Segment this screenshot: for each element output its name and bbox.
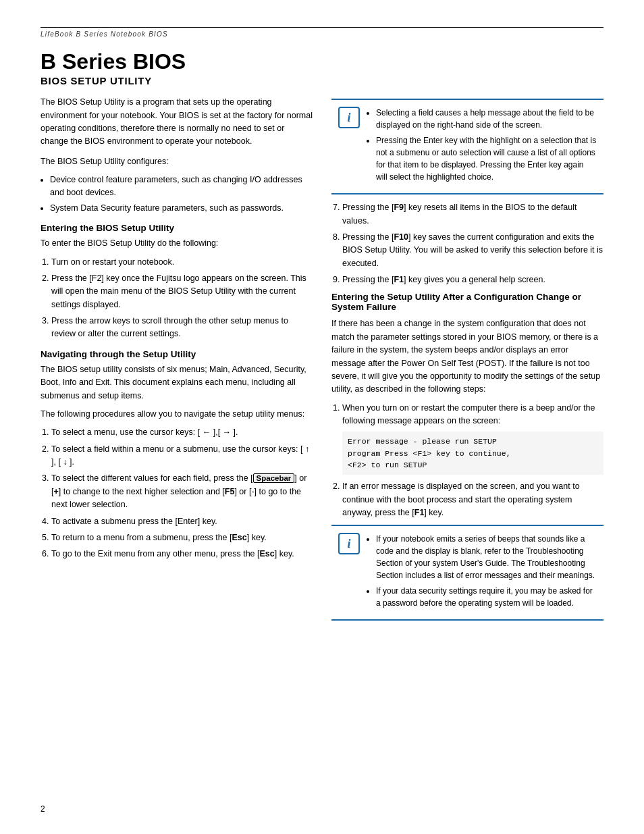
header-bar: LifeBook B Series Notebook BIOS	[41, 27, 603, 38]
left-column: The BIOS Setup Utility is a program that…	[41, 96, 313, 627]
right-steps: Pressing the [F9] key resets all items i…	[342, 201, 603, 286]
section3-heading: Entering the Setup Utility After a Confi…	[331, 292, 603, 312]
section2-step-5: To return to a menu from a submenu, pres…	[51, 531, 313, 544]
info-box-2-text: If your notebook emits a series of beeps…	[367, 533, 597, 613]
section1-step-2: Press the [F2] key once the Fujitsu logo…	[51, 272, 313, 311]
section3-steps: When you turn on or restart the computer…	[342, 402, 603, 520]
section1-steps: Turn on or restart your notebook. Press …	[51, 256, 313, 341]
info-box-2: i If your notebook emits a series of bee…	[331, 525, 603, 621]
section1-heading: Entering the BIOS Setup Utility	[41, 223, 313, 233]
page-title: B Series BIOS	[41, 50, 603, 74]
section3-step-1: When you turn on or restart the computer…	[342, 402, 603, 475]
section2-step-4: To activate a submenu press the [Enter] …	[51, 515, 313, 528]
page-footer: 2	[41, 804, 45, 814]
section2-step-1: To select a menu, use the cursor keys: […	[51, 426, 313, 439]
section2-step-6: To go to the Exit menu from any other me…	[51, 548, 313, 561]
info-box-2-bullet-2: If your data security settings require i…	[376, 585, 597, 609]
section1-step-3: Press the arrow keys to scroll through t…	[51, 315, 313, 341]
intro-bullet-2: System Data Security feature parameters,…	[50, 202, 313, 215]
page: LifeBook B Series Notebook BIOS B Series…	[0, 0, 644, 834]
info-icon-2: i	[338, 533, 360, 554]
header-label: LifeBook B Series Notebook BIOS	[41, 30, 168, 38]
intro-p1: The BIOS Setup Utility is a program that…	[41, 96, 313, 149]
page-number: 2	[41, 804, 45, 814]
info-box-1: i Selecting a field causes a help messag…	[331, 99, 603, 194]
right-step-9: Pressing the [F1] key gives you a genera…	[342, 273, 603, 286]
info-box-1-text: Selecting a field causes a help message …	[367, 107, 597, 186]
intro-p2: The BIOS Setup Utility configures:	[41, 155, 313, 168]
section3-p1: If there has been a change in the system…	[331, 317, 603, 396]
page-subtitle: BIOS SETUP UTILITY	[41, 75, 603, 86]
intro-bullets: Device control feature parameters, such …	[50, 174, 313, 215]
section2-heading: Navigating through the Setup Utility	[41, 349, 313, 359]
info-box-1-bullet-2: Pressing the Enter key with the highligh…	[376, 134, 597, 183]
section2-step-3: To select the different values for each …	[51, 472, 313, 511]
info-box-1-bullet-1: Selecting a field causes a help message …	[376, 107, 597, 131]
section1-intro: To enter the BIOS Setup Utility do the f…	[41, 237, 313, 250]
info-box-2-bullet-1: If your notebook emits a series of beeps…	[376, 533, 597, 581]
info-icon-1: i	[338, 107, 360, 128]
section3-step-2: If an error message is displayed on the …	[342, 480, 603, 519]
section2-p1: The BIOS setup utility consists of six m…	[41, 363, 313, 402]
section1-step-1: Turn on or restart your notebook.	[51, 256, 313, 269]
section2-step-2: To select a field within a menu or a sub…	[51, 443, 313, 469]
right-step-7: Pressing the [F9] key resets all items i…	[342, 201, 603, 228]
section2-p2: The following procedures allow you to na…	[41, 408, 313, 421]
right-column: i Selecting a field causes a help messag…	[331, 96, 603, 627]
section2-steps: To select a menu, use the cursor keys: […	[51, 426, 313, 561]
two-column-layout: The BIOS Setup Utility is a program that…	[41, 96, 603, 627]
right-step-8: Pressing the [F10] key saves the current…	[342, 231, 603, 270]
intro-bullet-1: Device control feature parameters, such …	[50, 174, 313, 200]
monospace-error: Error message - please run SETUPprogram …	[342, 432, 603, 475]
